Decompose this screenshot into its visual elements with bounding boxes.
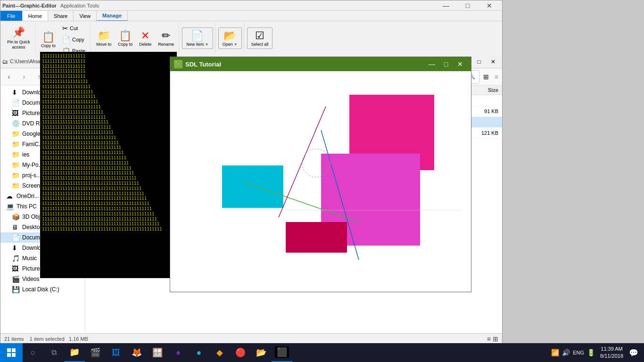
- terminal-taskbar-btn[interactable]: ⬛: [272, 343, 292, 362]
- dl-icon: ⬇: [12, 244, 19, 252]
- copy-to2-btn[interactable]: 📋 Copy to: [115, 28, 135, 49]
- folder-icon2: 📁: [12, 140, 19, 148]
- selected-status: 1 item selected: [30, 336, 65, 342]
- sdl-icon: 🟩: [174, 60, 182, 68]
- sdl-titlebar: 🟩 SDL Tutorial — □ ✕: [170, 57, 471, 71]
- tray-battery-icon[interactable]: 🔋: [586, 349, 596, 356]
- unknown-taskbar-btn[interactable]: ●: [189, 343, 209, 362]
- desktop-icon: 🖥: [12, 223, 19, 231]
- terminal-content: 11111111111111111 11111111111111111 1111…: [42, 54, 175, 232]
- delete-btn[interactable]: ✕ Delete: [136, 28, 154, 49]
- folder-icon6: 📁: [12, 182, 19, 189]
- cut-btn[interactable]: ✂ Cut: [59, 23, 88, 33]
- thispc-icon: 💻: [6, 203, 14, 210]
- download-icon: ⬇: [12, 89, 19, 96]
- folder-icon: 📁: [12, 130, 19, 138]
- photos-taskbar-btn[interactable]: 🖼: [106, 343, 126, 362]
- rename-btn[interactable]: ✏ Rename: [155, 28, 177, 49]
- move-to-btn[interactable]: 📁 Move to: [93, 28, 114, 49]
- tab-view[interactable]: View: [74, 11, 97, 21]
- sdl-canvas: [170, 71, 471, 292]
- status-bar: 21 items 1 item selected 1.16 MB ≡ ⊞: [0, 333, 502, 344]
- folder-icon4: 📁: [12, 161, 19, 169]
- videos-icon: 🎬: [12, 275, 19, 283]
- svg-rect-4: [286, 222, 347, 253]
- doc-icon: 📄: [12, 234, 19, 241]
- sdl-title: SDL Tutorial: [185, 61, 425, 68]
- selected-size: 1.16 MB: [69, 336, 88, 342]
- terminal-window: 11111111111111111 11111111111111111 1111…: [40, 52, 177, 278]
- view-list-btn[interactable]: ≡: [487, 335, 491, 343]
- taskbar: ○ ⧉ 📁 🎬 🖼 🦊 🪟 ♦ ● ◆ 🔴 📂 ⬛ 📶 🔊 ENG 🔋: [0, 343, 644, 362]
- exp-close-btn[interactable]: ✕: [486, 55, 500, 69]
- code-taskbar-btn[interactable]: ◆: [209, 343, 230, 362]
- documents-icon: 📄: [12, 99, 19, 107]
- tray-network-icon[interactable]: 📶: [550, 349, 561, 356]
- open-btn[interactable]: 📂 Open▼: [218, 27, 242, 49]
- tab-file[interactable]: File: [0, 11, 23, 21]
- task-view-btn[interactable]: ⧉: [43, 343, 64, 362]
- pics-icon: 🖼: [12, 265, 19, 272]
- back-btn[interactable]: ‹: [2, 70, 16, 83]
- pictures-icon: 🖼: [12, 109, 19, 117]
- folder-icon3: 📁: [12, 151, 19, 158]
- taskbar-tray: 📶 🔊 ENG 🔋 11:39 AM 8/11/2018 💬: [546, 343, 644, 362]
- vs-taskbar-btn[interactable]: ♦: [168, 343, 189, 362]
- clock-display[interactable]: 11:39 AM 8/11/2018: [596, 346, 627, 360]
- onedrive-icon: ☁: [6, 192, 14, 200]
- sdl-minimize-btn[interactable]: —: [425, 58, 439, 71]
- app-tools-label: Application Tools: [60, 3, 99, 8]
- tray-volume-icon[interactable]: 🔊: [561, 349, 571, 356]
- tab-share[interactable]: Share: [48, 11, 74, 21]
- svg-rect-1: [222, 165, 283, 208]
- sdl-maximize-btn[interactable]: □: [439, 58, 453, 71]
- new-item-btn[interactable]: 📄 New item▼: [182, 27, 213, 49]
- app-title: Paint---Graphic-Editor: [2, 3, 57, 8]
- music-icon: 🎵: [12, 255, 19, 262]
- sdl-svg: [170, 71, 471, 292]
- sdl-window: 🟩 SDL Tutorial — □ ✕: [170, 57, 471, 292]
- tab-home[interactable]: Home: [23, 11, 48, 21]
- layout-btn[interactable]: ≡: [493, 73, 500, 81]
- search-btn[interactable]: ○: [23, 343, 43, 362]
- tab-manage[interactable]: Manage: [97, 11, 128, 21]
- start-btn[interactable]: [0, 343, 23, 362]
- items-count: 21 items: [4, 336, 24, 342]
- dvd-icon: 💿: [12, 120, 19, 127]
- tray-lang[interactable]: ENG: [571, 350, 586, 355]
- copy-btn[interactable]: 📄 Copy: [59, 34, 88, 45]
- explorer2-taskbar-btn[interactable]: 📂: [251, 343, 272, 362]
- store-taskbar-btn[interactable]: 🪟: [147, 343, 168, 362]
- sidebar-item-localdisk[interactable]: 💾 Local Disk (C:): [0, 284, 85, 295]
- vlc-taskbar-btn[interactable]: 🎬: [85, 343, 106, 362]
- chrome-taskbar-btn[interactable]: 🔴: [230, 343, 251, 362]
- exp-maximize-btn[interactable]: □: [472, 55, 486, 69]
- action-center-icon[interactable]: 💬: [627, 348, 640, 357]
- explorer-taskbar-btn[interactable]: 📁: [64, 343, 85, 362]
- forward-btn[interactable]: ›: [17, 70, 31, 83]
- view-grid-btn[interactable]: ⊞: [493, 335, 498, 343]
- disk-icon: 💾: [12, 286, 19, 293]
- copy-to-btn[interactable]: 📋 Copy to: [38, 26, 58, 53]
- select-all-btn[interactable]: ☑ Select all: [247, 27, 273, 49]
- pin-quick-access-btn[interactable]: 📌 Pin to Quick access: [2, 23, 35, 53]
- 3d-icon: 📦: [12, 213, 19, 221]
- firefox-taskbar-btn[interactable]: 🦊: [126, 343, 147, 362]
- view-toggle-btn[interactable]: ⊞: [481, 73, 491, 81]
- sdl-close-btn[interactable]: ✕: [453, 58, 467, 71]
- folder-icon5: 📁: [12, 172, 19, 179]
